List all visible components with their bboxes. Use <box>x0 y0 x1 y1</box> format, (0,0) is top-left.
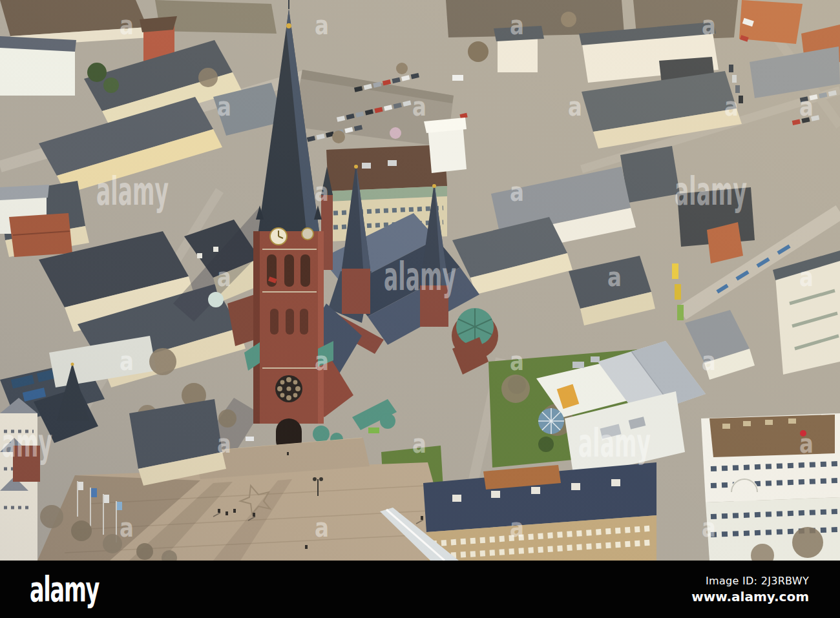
watermark-letter: a <box>510 346 524 376</box>
watermark-letter: a <box>799 92 814 121</box>
watermark-letter: a <box>315 513 329 542</box>
image-id: Image ID: 2J3RBWY <box>691 575 809 587</box>
watermark-letter: a <box>510 513 524 542</box>
watermark-wordmark: alamy <box>675 169 747 214</box>
watermark-letter: a <box>315 10 329 40</box>
watermark-letter: a <box>315 346 329 376</box>
watermark-letter: a <box>217 429 231 458</box>
watermark-letter: a <box>217 262 231 292</box>
watermark-letter: a <box>799 429 814 458</box>
footer-info: Image ID: 2J3RBWY www.alamy.com <box>691 575 809 604</box>
stock-photo-page: aaaaaaaaaalamyaaalamyaalamyaaaaaaalamyaa… <box>0 0 840 618</box>
website-url: www.alamy.com <box>691 589 809 604</box>
watermark-letter: a <box>799 262 814 292</box>
watermark-letter: a <box>412 429 426 458</box>
watermark-letter: a <box>510 177 524 207</box>
watermark-letter: a <box>568 92 582 121</box>
watermark-letter: a <box>315 177 329 207</box>
watermark-letter: a <box>217 92 231 121</box>
watermark-letter: a <box>702 346 716 376</box>
watermark-letter: a <box>607 262 622 292</box>
watermark-letter: a <box>412 92 426 121</box>
watermark-letter: a <box>702 513 716 542</box>
footer-bar: alamy Image ID: 2J3RBWY www.alamy.com <box>0 561 840 618</box>
watermark-letter: a <box>702 10 716 40</box>
watermark-letter: a <box>120 10 134 40</box>
watermark-letter: a <box>510 10 524 40</box>
watermark-wordmark: alamy <box>578 420 651 466</box>
aerial-photo: aaaaaaaaaalamyaaalamyaalamyaaaaaaalamyaa… <box>0 0 840 561</box>
watermark-letter: a <box>724 92 739 121</box>
watermark-letter: a <box>120 513 134 542</box>
watermark-wordmark: alamy <box>384 254 456 299</box>
watermark-letter: a <box>120 346 134 376</box>
watermark-wordmark: alamy <box>0 420 52 466</box>
watermark-wordmark: alamy <box>96 169 169 214</box>
alamy-logo: alamy <box>30 572 99 607</box>
